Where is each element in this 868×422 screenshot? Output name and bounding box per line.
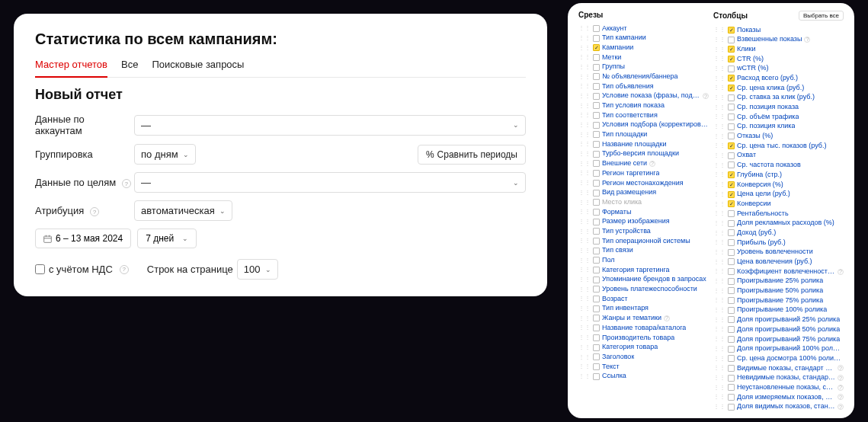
- drag-handle-icon[interactable]: ⋮⋮: [578, 92, 591, 100]
- help-icon[interactable]: ?: [838, 365, 844, 371]
- drag-handle-icon[interactable]: ⋮⋮: [713, 104, 725, 111]
- column-option[interactable]: ⋮⋮Доход (руб.): [713, 228, 844, 238]
- slice-option[interactable]: ⋮⋮Тип операционной системы: [578, 236, 709, 246]
- drag-handle-icon[interactable]: ⋮⋮: [713, 345, 725, 353]
- column-option[interactable]: ⋮⋮Проигрывание 50% ролика: [713, 286, 844, 296]
- column-option[interactable]: ⋮⋮Проигрывание 100% ролика: [713, 305, 844, 315]
- checkbox[interactable]: [728, 287, 735, 294]
- checkbox[interactable]: [728, 27, 735, 34]
- tab-report-wizard[interactable]: Мастер отчетов: [35, 59, 107, 78]
- checkbox[interactable]: [728, 384, 735, 391]
- checkbox[interactable]: [728, 104, 735, 110]
- checkbox[interactable]: [593, 324, 600, 331]
- slice-option[interactable]: ⋮⋮Тип инвентаря: [578, 304, 709, 314]
- drag-handle-icon[interactable]: ⋮⋮: [578, 189, 591, 197]
- checkbox[interactable]: [728, 200, 735, 207]
- drag-handle-icon[interactable]: ⋮⋮: [713, 94, 725, 101]
- column-option[interactable]: ⋮⋮Прибыль (руб.): [713, 238, 844, 248]
- drag-handle-icon[interactable]: ⋮⋮: [713, 171, 725, 178]
- drag-handle-icon[interactable]: ⋮⋮: [578, 237, 591, 245]
- slice-option[interactable]: ⋮⋮Производитель товара: [578, 333, 709, 343]
- slice-option[interactable]: ⋮⋮Пол: [578, 256, 709, 266]
- checkbox[interactable]: [728, 394, 735, 401]
- checkbox[interactable]: [593, 353, 600, 360]
- column-option[interactable]: ⋮⋮Доля измеряемых показов, стандарт MRC …: [713, 392, 844, 402]
- column-option[interactable]: ⋮⋮Неустановленные показы, стандарт MRC?: [713, 382, 844, 392]
- checkbox[interactable]: [728, 75, 735, 82]
- drag-handle-icon[interactable]: ⋮⋮: [578, 295, 591, 302]
- slice-option[interactable]: ⋮⋮Ссылка: [578, 372, 709, 382]
- drag-handle-icon[interactable]: ⋮⋮: [713, 75, 725, 82]
- slice-option[interactable]: ⋮⋮Условия подбора (корректировки): [578, 120, 709, 130]
- column-option[interactable]: ⋮⋮Доля видимых показов, стандарт MRC (%)…: [713, 402, 844, 412]
- drag-handle-icon[interactable]: ⋮⋮: [578, 140, 591, 148]
- checkbox[interactable]: [593, 219, 600, 225]
- drag-handle-icon[interactable]: ⋮⋮: [713, 209, 725, 217]
- drag-handle-icon[interactable]: ⋮⋮: [713, 113, 725, 120]
- drag-handle-icon[interactable]: ⋮⋮: [578, 353, 591, 361]
- column-option[interactable]: ⋮⋮Цена цели (руб.): [713, 190, 844, 200]
- checkbox[interactable]: [593, 93, 600, 100]
- slice-option[interactable]: ⋮⋮Возраст: [578, 294, 709, 304]
- slice-option[interactable]: ⋮⋮Размер изображения: [578, 217, 709, 227]
- checkbox[interactable]: [593, 344, 600, 351]
- column-option[interactable]: ⋮⋮Ср. позиция показа: [713, 103, 844, 113]
- drag-handle-icon[interactable]: ⋮⋮: [578, 266, 591, 273]
- drag-handle-icon[interactable]: ⋮⋮: [713, 229, 725, 237]
- compare-periods-button[interactable]: % Сравнить периоды: [418, 145, 526, 165]
- checkbox[interactable]: [593, 286, 600, 293]
- column-option[interactable]: ⋮⋮Доля рекламных расходов (%): [713, 219, 844, 229]
- checkbox[interactable]: [728, 326, 735, 333]
- drag-handle-icon[interactable]: ⋮⋮: [713, 393, 725, 401]
- help-icon[interactable]: ?: [703, 93, 709, 99]
- drag-handle-icon[interactable]: ⋮⋮: [578, 63, 591, 71]
- drag-handle-icon[interactable]: ⋮⋮: [713, 374, 725, 382]
- drag-handle-icon[interactable]: ⋮⋮: [713, 123, 725, 130]
- column-option[interactable]: ⋮⋮Доля проигрываний 75% ролика: [713, 334, 844, 344]
- drag-handle-icon[interactable]: ⋮⋮: [578, 82, 591, 90]
- column-option[interactable]: ⋮⋮Ср. объём трафика: [713, 112, 844, 122]
- slice-option[interactable]: ⋮⋮Текст: [578, 362, 709, 372]
- checkbox[interactable]: [593, 190, 600, 197]
- drag-handle-icon[interactable]: ⋮⋮: [578, 228, 591, 235]
- column-option[interactable]: ⋮⋮Доля проигрываний 25% ролика: [713, 315, 844, 325]
- checkbox[interactable]: [593, 170, 600, 177]
- drag-handle-icon[interactable]: ⋮⋮: [713, 296, 725, 304]
- checkbox[interactable]: [593, 151, 600, 158]
- help-icon[interactable]: ?: [838, 375, 844, 381]
- column-option[interactable]: ⋮⋮Ср. цена тыс. показов (руб.): [713, 141, 844, 151]
- slice-option[interactable]: ⋮⋮Тип соответствия: [578, 110, 709, 120]
- checkbox[interactable]: [728, 220, 735, 227]
- help-icon[interactable]: ?: [804, 37, 810, 43]
- checkbox[interactable]: [593, 35, 600, 42]
- slice-option[interactable]: ⋮⋮Тип связи: [578, 246, 709, 256]
- column-option[interactable]: ⋮⋮Ср. частота показов: [713, 161, 844, 171]
- drag-handle-icon[interactable]: ⋮⋮: [713, 258, 725, 266]
- checkbox[interactable]: [728, 210, 735, 217]
- checkbox[interactable]: [593, 25, 600, 32]
- checkbox[interactable]: [728, 113, 735, 120]
- checkbox[interactable]: [593, 180, 600, 187]
- slice-option[interactable]: ⋮⋮Тип объявления: [578, 82, 709, 91]
- checkbox[interactable]: [728, 249, 735, 256]
- checkbox[interactable]: [593, 209, 600, 216]
- slice-option[interactable]: ⋮⋮Упоминание брендов в запросах: [578, 275, 709, 285]
- checkbox[interactable]: [593, 44, 600, 51]
- slice-option[interactable]: ⋮⋮Форматы: [578, 207, 709, 217]
- slice-option[interactable]: ⋮⋮Кампании: [578, 43, 709, 53]
- drag-handle-icon[interactable]: ⋮⋮: [578, 257, 591, 264]
- slice-option[interactable]: ⋮⋮Регион таргетинга: [578, 168, 709, 178]
- drag-handle-icon[interactable]: ⋮⋮: [578, 344, 591, 351]
- drag-handle-icon[interactable]: ⋮⋮: [713, 384, 725, 392]
- date-range-picker[interactable]: 6 – 13 мая 2024: [35, 229, 131, 248]
- drag-handle-icon[interactable]: ⋮⋮: [713, 238, 725, 246]
- column-option[interactable]: ⋮⋮Видимые показы, стандарт MRC?: [713, 363, 844, 373]
- checkbox[interactable]: [593, 64, 600, 71]
- checkbox[interactable]: [728, 191, 735, 198]
- drag-handle-icon[interactable]: ⋮⋮: [713, 200, 725, 208]
- checkbox[interactable]: [593, 54, 600, 61]
- checkbox[interactable]: [593, 199, 600, 206]
- drag-handle-icon[interactable]: ⋮⋮: [713, 84, 725, 91]
- accounts-select[interactable]: — ⌄: [134, 115, 526, 136]
- drag-handle-icon[interactable]: ⋮⋮: [713, 190, 725, 198]
